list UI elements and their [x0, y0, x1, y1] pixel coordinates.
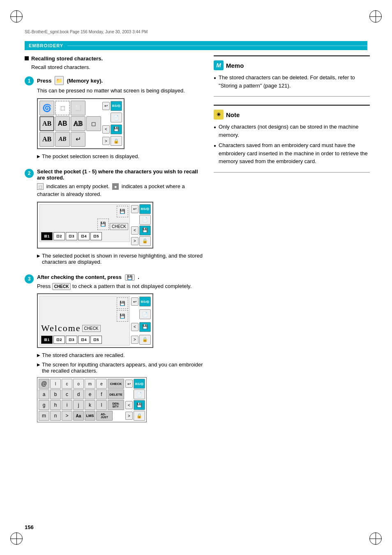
- filled-pocket-icon: ■: [112, 183, 119, 190]
- step-3-circle: 3: [25, 274, 34, 283]
- side-btn-2b[interactable]: 📄: [139, 215, 151, 225]
- pocket-5b[interactable]: ⊡5: [90, 336, 102, 344]
- icon-ab-serif: AB: [39, 116, 54, 131]
- screen-2-grid: 💾 💾 CHECK ⊞1 ⊡2 ⊡3: [39, 204, 130, 246]
- char-c2[interactable]: c: [62, 389, 72, 399]
- memo-title: M Memo: [214, 60, 370, 70]
- char-g[interactable]: g: [39, 400, 49, 410]
- memo-item-0: The stored characters can be deleted. Fo…: [214, 74, 370, 90]
- screen-3-side-buttons: ↩ BS/◎ 📄 < 💾: [131, 296, 151, 345]
- side-btn-top[interactable]: BS/◎: [111, 101, 122, 111]
- corner-mark-br: [367, 530, 384, 547]
- char-i[interactable]: i: [62, 400, 72, 410]
- char-a[interactable]: a: [39, 389, 49, 399]
- char-at[interactable]: @: [39, 379, 49, 389]
- side-btn-4c[interactable]: 🔒: [139, 335, 151, 345]
- right-btn[interactable]: >: [102, 137, 110, 145]
- char-h[interactable]: h: [50, 400, 61, 410]
- step-3-note-1: The stored characters are recalled.: [37, 352, 205, 358]
- header-bar: EMBROIDERY: [25, 41, 367, 50]
- pocket-1[interactable]: ⊞1: [41, 232, 53, 240]
- page: SE-BrotherE_sgml.book Page 156 Monday, J…: [0, 0, 392, 555]
- char-f[interactable]: f: [96, 389, 107, 399]
- left-btn-2[interactable]: <: [131, 226, 138, 235]
- left-btn-4[interactable]: <: [125, 401, 133, 409]
- step-2: 2 Select the pocket (1 - 5) where the ch…: [25, 168, 205, 268]
- step-3-desc: Press CHECK to check a pattern that is n…: [37, 282, 205, 290]
- char-e2[interactable]: e: [85, 389, 95, 399]
- char-m[interactable]: m: [85, 379, 95, 389]
- side-btn-2d[interactable]: 📄: [134, 389, 145, 399]
- char-m2[interactable]: m: [39, 411, 49, 421]
- note-title: ✳ Note: [214, 110, 370, 120]
- char-grid: @ l c o m e CHECK a b: [39, 379, 124, 421]
- back-btn-4[interactable]: ↩: [125, 380, 133, 388]
- char-delete[interactable]: DELETE: [108, 389, 124, 399]
- char-j[interactable]: j: [73, 400, 84, 410]
- memory-icon-dashed: 💾: [117, 206, 128, 217]
- section-subtext: Recall stored characters.: [31, 64, 205, 70]
- right-btn-4[interactable]: >: [125, 412, 133, 420]
- memo-icon: M: [214, 60, 224, 70]
- char-adjust[interactable]: AD-JUST: [96, 411, 113, 421]
- side-btn-4d[interactable]: 🔒: [134, 411, 145, 421]
- right-btn-2[interactable]: >: [131, 237, 138, 245]
- side-btn-top-4[interactable]: BS/◎: [134, 379, 145, 389]
- char-e[interactable]: e: [96, 379, 107, 389]
- char-aa[interactable]: Aa: [73, 411, 84, 421]
- screen-1-grid: 🌀 ⬚ ⬜ AB AB AB ◻: [39, 101, 101, 147]
- side-btn-3c[interactable]: 💾: [139, 322, 151, 332]
- corner-mark-bl: [8, 530, 25, 547]
- char-d[interactable]: d: [73, 389, 84, 399]
- char-o[interactable]: o: [73, 379, 84, 389]
- back-btn-3[interactable]: ↩: [131, 297, 138, 306]
- step-2-content: Select the pocket (1 - 5) where the char…: [37, 168, 205, 268]
- char-l2[interactable]: l: [96, 400, 107, 410]
- screen-1-row-3: AB AB ↵: [39, 132, 101, 147]
- char-check[interactable]: CHECK: [108, 379, 124, 389]
- side-btn-2c[interactable]: 📄: [139, 309, 151, 319]
- char-row-4: m n > Aa LMS AD-JUST: [39, 411, 124, 421]
- screen-1-inner: 🌀 ⬚ ⬜ AB AB AB ◻: [37, 98, 125, 149]
- char-lms[interactable]: LMS: [85, 411, 95, 421]
- side-btn-3b[interactable]: 💾: [139, 226, 151, 235]
- side-btn-top-3[interactable]: BS/◎: [139, 297, 151, 306]
- char-n[interactable]: n: [50, 411, 61, 421]
- pocket-2b[interactable]: ⊡2: [53, 336, 65, 344]
- pocket-5[interactable]: ⊡5: [90, 232, 102, 240]
- back-btn-2[interactable]: ↩: [131, 205, 138, 213]
- right-btn-3[interactable]: >: [131, 336, 138, 344]
- side-btn-4[interactable]: 🔒: [111, 136, 122, 146]
- step-3-content: After checking the content, press 💾 . Pr…: [37, 274, 205, 427]
- char-c[interactable]: c: [62, 379, 72, 389]
- char-screen: @ l c o m e CHECK a b: [37, 377, 147, 422]
- icon-dotgrid: ⬚: [55, 101, 70, 115]
- char-b[interactable]: b: [50, 389, 61, 399]
- check-label-2: CHECK: [82, 325, 101, 332]
- side-btn-3d[interactable]: 💾: [134, 400, 145, 410]
- pocket-3[interactable]: ⊡3: [66, 232, 77, 240]
- side-btn-3[interactable]: 💾: [111, 124, 122, 134]
- side-btn-4b[interactable]: 🔒: [139, 236, 151, 246]
- side-btn-2[interactable]: 📄: [111, 113, 122, 122]
- pocket-3b[interactable]: ⊡3: [66, 336, 77, 344]
- pocket-4b[interactable]: ⊡4: [78, 336, 90, 344]
- mem-icon-3b: 💾: [117, 310, 128, 322]
- char-screen-wrapper: @ l c o m e CHECK a b: [37, 377, 205, 422]
- content-left: Recalling stored characters. Recall stor…: [25, 55, 205, 432]
- char-l[interactable]: l: [50, 379, 61, 389]
- pocket-2[interactable]: ⊡2: [53, 232, 65, 240]
- corner-mark-tl: [8, 8, 25, 25]
- pocket-4[interactable]: ⊡4: [78, 232, 90, 240]
- left-btn[interactable]: <: [102, 125, 110, 134]
- char-density[interactable]: DEN-SITY: [108, 400, 124, 410]
- left-btn-3[interactable]: <: [131, 323, 138, 331]
- char-row-1: @ l c o m e CHECK: [39, 379, 124, 389]
- pocket-1b[interactable]: ⊞1: [41, 336, 53, 344]
- side-btn-top-2[interactable]: BS/◎: [139, 204, 151, 214]
- check-key: CHECK: [52, 283, 71, 290]
- char-gt[interactable]: >: [62, 411, 72, 421]
- char-k[interactable]: k: [85, 400, 95, 410]
- step-3: 3 After checking the content, press 💾 . …: [25, 274, 205, 427]
- back-btn[interactable]: ↩: [102, 102, 110, 110]
